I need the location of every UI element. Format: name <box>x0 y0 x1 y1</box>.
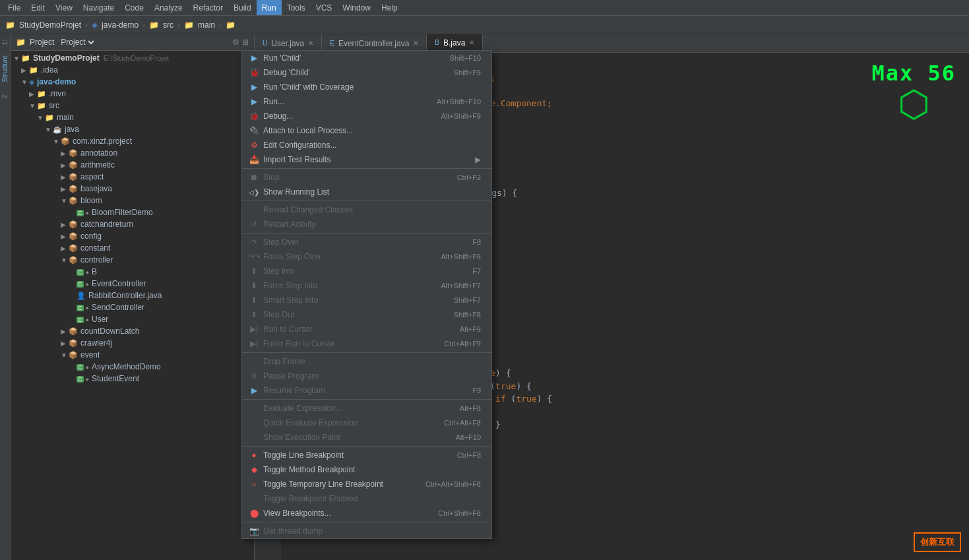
menu-pause[interactable]: ⏸ Pause Program <box>242 369 491 383</box>
tree-user-class[interactable]: C ● User <box>11 313 254 325</box>
tab-b-java[interactable]: B B.java ✕ <box>427 34 483 52</box>
menu-refactor[interactable]: Refactor <box>188 0 228 15</box>
menu-analyze[interactable]: Analyze <box>149 0 188 15</box>
project-dropdown[interactable]: Project <box>58 37 96 47</box>
menu-toggle-line-bp[interactable]: ● Toggle Line Breakpoint Ctrl+F8 <box>242 448 491 462</box>
expand-icon[interactable]: ⊞ <box>242 38 249 47</box>
tree-aspect[interactable]: ▶ 📦 aspect <box>11 171 254 183</box>
menu-quick-evaluate[interactable]: Quick Evaluate Expression Ctrl+Alt+F8 <box>242 416 491 430</box>
menu-vcs[interactable]: VCS <box>311 0 338 15</box>
src-folder-icon: 📁 <box>37 102 46 110</box>
menu-navigate[interactable]: Navigate <box>78 0 119 15</box>
user-class-icon: C ● <box>77 315 89 323</box>
tree-config[interactable]: ▶ 📦 config <box>11 230 254 242</box>
menu-build[interactable]: Build <box>228 0 257 15</box>
tree-event[interactable]: ▼ 📦 event <box>11 349 254 361</box>
tree-async[interactable]: C ● AsyncMethodDemo <box>11 361 254 373</box>
tree-bloom-filter[interactable]: C ● BloomFilterDemo <box>11 206 254 218</box>
menu-help[interactable]: Help <box>376 0 403 15</box>
module-icon: ◈ <box>92 20 98 30</box>
tree-package-root[interactable]: ▼ 📦 com.xinzf.project <box>11 135 254 147</box>
tab-event-controller[interactable]: E EventController.java ✕ <box>322 34 427 52</box>
tree-b-class[interactable]: C ● B <box>11 266 254 278</box>
menu-smart-step[interactable]: ⬇ Smart Step Into Shift+F7 <box>242 293 491 307</box>
module-name[interactable]: java-demo <box>102 20 139 30</box>
src-label[interactable]: src <box>163 20 173 30</box>
menu-code[interactable]: Code <box>119 0 149 15</box>
tree-bloom[interactable]: ▼ 📦 bloom <box>11 195 254 206</box>
menu-step-out[interactable]: ⬆ Step Out Shift+F8 <box>242 307 491 322</box>
menu-debug-dot[interactable]: 🐞 Debug... Alt+Shift+F9 <box>242 109 491 123</box>
tree-crawler[interactable]: ▶ 📦 crawler4j <box>11 337 254 349</box>
menu-view[interactable]: View <box>50 0 78 15</box>
tree-countdown[interactable]: ▶ 📦 countDownLatch <box>11 325 254 337</box>
tree-rabbit-controller[interactable]: 👤 RabbitController.java <box>11 290 254 301</box>
tree-basejava[interactable]: ▶ 📦 basejava <box>11 183 254 195</box>
tab-user[interactable]: U User.java ✕ <box>255 34 322 52</box>
tree-src[interactable]: ▼ 📁 src <box>11 100 254 111</box>
side-label-2[interactable]: 2: <box>0 88 10 104</box>
menu-run-child[interactable]: ▶ Run 'Child' Shift+F10 <box>242 51 491 65</box>
tree-main[interactable]: ▼ 📁 main <box>11 111 254 123</box>
menu-attach-local[interactable]: 🔌 Attach to Local Process... <box>242 123 491 138</box>
menu-reload[interactable]: Reload Changed Classes <box>242 202 491 217</box>
tab-b-close[interactable]: ✕ <box>469 39 474 46</box>
menu-toggle-method-bp[interactable]: ◆ Toggle Method Breakpoint <box>242 462 491 477</box>
menu-import-test[interactable]: 📥 Import Test Results ▶ <box>242 152 491 167</box>
tree-student-event[interactable]: C ● StudentEvent <box>11 373 254 385</box>
menu-force-run-cursor[interactable]: ▶| Force Run to Cursor Ctrl+Alt+F9 <box>242 336 491 351</box>
drop-frame-label: Drop Frame <box>263 357 470 366</box>
breadcrumb-sep4: › <box>219 20 222 30</box>
tree-idea[interactable]: ▶ 📁 .idea <box>11 64 254 76</box>
menu-show-exec[interactable]: Show Execution Point Alt+F10 <box>242 430 491 445</box>
tree-controller[interactable]: ▼ 📦 controller <box>11 254 254 266</box>
menu-force-step-into[interactable]: ⬇ Force Step Into Alt+Shift+F7 <box>242 278 491 293</box>
gear-icon[interactable]: ⚙ <box>232 38 239 47</box>
menu-step-into[interactable]: ⬇ Step Into F7 <box>242 264 491 278</box>
tree-java-demo[interactable]: ▼ ◈ java-demo <box>11 76 254 88</box>
tree-catchandreturn[interactable]: ▶ 📦 catchandreturn <box>11 218 254 230</box>
menu-tools[interactable]: Tools <box>282 0 311 15</box>
menu-file[interactable]: File <box>3 0 26 15</box>
side-label-structure[interactable]: Structure <box>0 50 10 88</box>
menu-resume[interactable]: ▶ Resume Program F9 <box>242 383 491 398</box>
menu-toggle-temp-bp[interactable]: ○ Toggle Temporary Line Breakpoint Ctrl+… <box>242 477 491 491</box>
menu-drop-frame[interactable]: Drop Frame <box>242 354 491 369</box>
tree-root[interactable]: ▼ 📁 StudyDemoProjet E:\StudyDemoProjet <box>11 52 254 64</box>
toggle-temp-bp-icon: ○ <box>247 480 261 489</box>
menu-thread-dump[interactable]: 📷 Get thread dump <box>242 524 491 538</box>
main-label[interactable]: main <box>198 20 215 30</box>
side-label-1[interactable]: 1: <box>0 34 10 50</box>
tab-ec-close[interactable]: ✕ <box>413 40 418 47</box>
menu-toggle-bp-enabled[interactable]: Toggle Breakpoint Enabled <box>242 491 491 506</box>
menu-run-dot[interactable]: ▶ Run... Alt+Shift+F10 <box>242 94 491 109</box>
evaluate-label: Evaluate Expression... <box>263 404 449 413</box>
menu-edit[interactable]: Edit <box>26 0 50 15</box>
menu-force-step-over[interactable]: ↷↷ Force Step Over Alt+Shift+F8 <box>242 249 491 264</box>
menu-debug-child[interactable]: 🐞 Debug 'Child' Shift+F9 <box>242 65 491 80</box>
menu-show-running[interactable]: ◁❯ Show Running List <box>242 185 491 199</box>
tab-user-close[interactable]: ✕ <box>308 40 313 47</box>
sep6 <box>242 446 491 447</box>
tree-java[interactable]: ▼ ☕ java <box>11 123 254 135</box>
menu-restart[interactable]: ↺ Restart Activity <box>242 217 491 232</box>
tree-annotation[interactable]: ▶ 📦 annotation <box>11 147 254 159</box>
tree-constant[interactable]: ▶ 📦 constant <box>11 242 254 254</box>
tree-send-controller[interactable]: C ● SendController <box>11 301 254 313</box>
config-arrow: ▶ <box>61 233 69 240</box>
menu-run[interactable]: Run <box>257 0 282 15</box>
tab-b-label: B.java <box>443 38 465 47</box>
menu-view-bps[interactable]: ⬤ View Breakpoints... Ctrl+Shift+F8 <box>242 506 491 520</box>
toggle-temp-bp-shortcut: Ctrl+Alt+Shift+F8 <box>425 480 481 488</box>
menu-stop[interactable]: ⏹ Stop Ctrl+F2 <box>242 170 491 185</box>
menu-run-coverage[interactable]: ▶ Run 'Child' with Coverage <box>242 80 491 94</box>
menu-run-cursor[interactable]: ▶| Run to Cursor Alt+F9 <box>242 322 491 336</box>
tree-event-controller[interactable]: C ● EventController <box>11 278 254 290</box>
project-name[interactable]: StudyDemoProjet <box>19 20 81 30</box>
tree-mvn[interactable]: ▶ 📁 .mvn <box>11 88 254 100</box>
menu-edit-configs[interactable]: ⚙ Edit Configurations... <box>242 138 491 152</box>
menu-evaluate[interactable]: Evaluate Expression... Alt+F8 <box>242 401 491 416</box>
menu-window[interactable]: Window <box>337 0 376 15</box>
menu-step-over[interactable]: ↷ Step Over F8 <box>242 235 491 249</box>
tree-arithmetic[interactable]: ▶ 📦 arithmetic <box>11 159 254 171</box>
